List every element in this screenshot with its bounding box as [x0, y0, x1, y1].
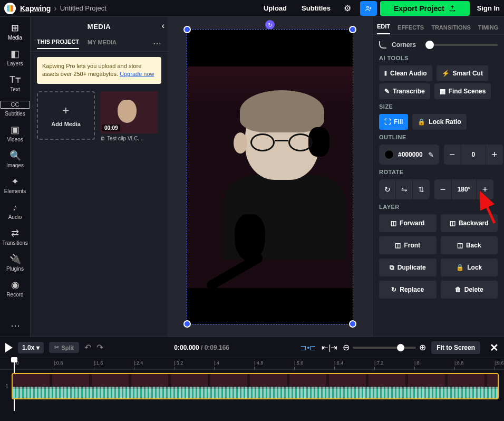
rail-images[interactable]: 🔍Images — [0, 148, 30, 174]
flip-h-icon[interactable]: ⇋ — [396, 179, 413, 199]
rotate-increment[interactable]: + — [476, 179, 494, 199]
corner-icon — [379, 41, 386, 49]
outline-value[interactable]: 0 — [461, 145, 486, 165]
add-media-tile[interactable]: + Add Media — [37, 91, 95, 140]
outline-decrement[interactable]: − — [443, 145, 461, 165]
export-label: Export Project — [394, 4, 444, 13]
replace-button[interactable]: ↻Replace — [379, 281, 437, 299]
magnet-icon[interactable]: ⊐•⊏ — [300, 343, 316, 352]
flip-v-icon[interactable]: ⇅ — [413, 179, 430, 199]
track-number: 1 — [2, 384, 12, 389]
tab-edit[interactable]: EDIT — [377, 23, 390, 34]
ruler-tick: |:4 — [214, 360, 219, 366]
rail-transitions[interactable]: ⇄Transitions — [0, 225, 30, 251]
duplicate-button[interactable]: ⧉Duplicate — [379, 259, 437, 276]
forward-button[interactable]: ◫Forward — [379, 214, 437, 232]
delete-button[interactable]: 🗑Delete — [441, 281, 498, 299]
canvas[interactable]: ↻ — [168, 17, 372, 337]
tab-transitions[interactable]: TRANSITIONS — [431, 24, 471, 34]
clip-duration-badge: 00:09 — [102, 125, 120, 131]
smart-cut-button[interactable]: ⚡Smart Cut — [437, 65, 488, 81]
tab-this-project[interactable]: THIS PROJECT — [37, 39, 79, 49]
upgrade-link[interactable]: Upgrade now — [120, 71, 154, 77]
tab-effects[interactable]: EFFECTS — [398, 24, 424, 34]
outline-increment[interactable]: + — [486, 145, 503, 165]
svg-point-0 — [366, 6, 369, 7]
settings-gear-icon[interactable]: ⚙ — [340, 1, 355, 16]
sign-in-link[interactable]: Sign In — [477, 4, 500, 12]
ruler-tick: |:0.8 — [54, 360, 63, 366]
pencil-icon: ✎ — [384, 88, 390, 95]
clip-filename: 🗎Test clip VLC.... — [100, 136, 158, 141]
music-note-icon: ♪ — [0, 203, 30, 212]
front-button[interactable]: ◫Front — [379, 236, 437, 254]
tab-timing[interactable]: TIMING — [478, 24, 499, 34]
rail-media[interactable]: ⊞Media — [0, 20, 30, 46]
export-button[interactable]: Export Project — [380, 1, 470, 16]
selected-layer[interactable] — [187, 29, 353, 324]
fit-to-screen-button[interactable]: Fit to Screen — [431, 341, 480, 354]
section-size: SIZE — [379, 103, 498, 110]
rail-subtitles[interactable]: CCSubtitles — [0, 98, 30, 122]
rail-text[interactable]: TᴛText — [0, 72, 30, 98]
logo[interactable] — [4, 3, 16, 14]
rotate-value[interactable]: 180° — [452, 179, 476, 199]
timeline-ruler[interactable]: |:0|:0.8|:1.6|:2.4|:3.2|:4|:4.8|:5.6|:6.… — [0, 358, 504, 370]
close-timeline-icon[interactable]: ✕ — [490, 341, 499, 354]
ruler-tick: |:5.6 — [294, 360, 303, 366]
backward-button[interactable]: ◫Backward — [441, 214, 498, 232]
split-button[interactable]: ✂Split — [49, 342, 79, 353]
share-button[interactable] — [360, 1, 377, 16]
zoom-slider[interactable] — [353, 347, 416, 349]
zoom-out-icon[interactable]: ⊖ — [343, 342, 350, 352]
outline-color-picker[interactable]: #000000 ✎ — [379, 145, 439, 165]
resize-handle-tr[interactable] — [349, 26, 356, 33]
find-scenes-button[interactable]: ▦Find Scenes — [434, 83, 491, 99]
timecode: 0:00.000 / 0:09.166 — [174, 344, 229, 351]
rail-plugins[interactable]: 🔌Plugins — [0, 251, 30, 277]
playback-speed[interactable]: 1.0x▾ — [18, 342, 44, 353]
rail-audio[interactable]: ♪Audio — [0, 199, 30, 225]
media-panel: MEDIA ‹ THIS PROJECT MY MEDIA ⋯ Kapwing … — [31, 17, 168, 337]
resize-handle-bl[interactable] — [183, 320, 191, 328]
lock-button[interactable]: 🔒Lock — [441, 259, 498, 276]
media-more-icon[interactable]: ⋯ — [153, 39, 161, 49]
timeline-clip[interactable] — [12, 373, 499, 399]
ruler-tick: |:9.6 — [495, 360, 503, 366]
rail-elements[interactable]: ✦Elements — [0, 174, 30, 199]
subtitles-link[interactable]: Subtitles — [302, 4, 331, 12]
upgrade-banner: Kapwing Pro lets you upload and store as… — [37, 57, 161, 84]
rotate-decrement[interactable]: − — [434, 179, 452, 199]
zoom-in-icon[interactable]: ⊕ — [419, 342, 426, 352]
snap-center-icon[interactable]: ⇤|⇥ — [322, 343, 337, 352]
bolt-icon: ⚡ — [442, 70, 450, 77]
rail-more[interactable]: ⋯ — [11, 314, 20, 337]
upload-link[interactable]: Upload — [264, 4, 287, 12]
resize-handle-br[interactable] — [349, 320, 356, 328]
clean-audio-button[interactable]: ⦀Clean Audio — [379, 65, 432, 81]
fill-button[interactable]: ⛶Fill — [379, 114, 408, 130]
project-name[interactable]: Untitled Project — [60, 4, 106, 12]
redo-button[interactable]: ↷ — [96, 342, 103, 352]
undo-button[interactable]: ↶ — [84, 342, 91, 352]
media-clip[interactable]: 00:09 🗎Test clip VLC.... — [100, 91, 158, 141]
tab-my-media[interactable]: MY MEDIA — [88, 39, 117, 49]
rotate-90-icon[interactable]: ↻ — [379, 179, 396, 199]
app-header: Kapwing › Untitled Project Upload Subtit… — [0, 0, 504, 17]
corners-slider[interactable] — [425, 44, 498, 46]
eyedropper-icon[interactable]: ✎ — [423, 151, 439, 159]
ruler-tick: |:2.4 — [134, 360, 143, 366]
color-swatch — [384, 150, 394, 159]
collapse-panel-icon[interactable]: ‹ — [162, 21, 164, 31]
rail-layers[interactable]: ◧Layers — [0, 46, 30, 72]
transcribe-button[interactable]: ✎Transcribe — [379, 83, 430, 99]
sync-icon[interactable]: ↻ — [265, 20, 275, 30]
lock-ratio-button[interactable]: 🔒Lock Ratio — [412, 114, 466, 130]
rail-videos[interactable]: ▣Videos — [0, 122, 30, 148]
ruler-tick: |:7.2 — [374, 360, 383, 366]
back-button[interactable]: ◫Back — [441, 236, 498, 254]
rail-record[interactable]: ◉Record — [0, 277, 30, 303]
resize-handle-tl[interactable] — [183, 26, 191, 33]
play-button[interactable] — [5, 343, 13, 352]
brand-link[interactable]: Kapwing — [20, 4, 51, 13]
